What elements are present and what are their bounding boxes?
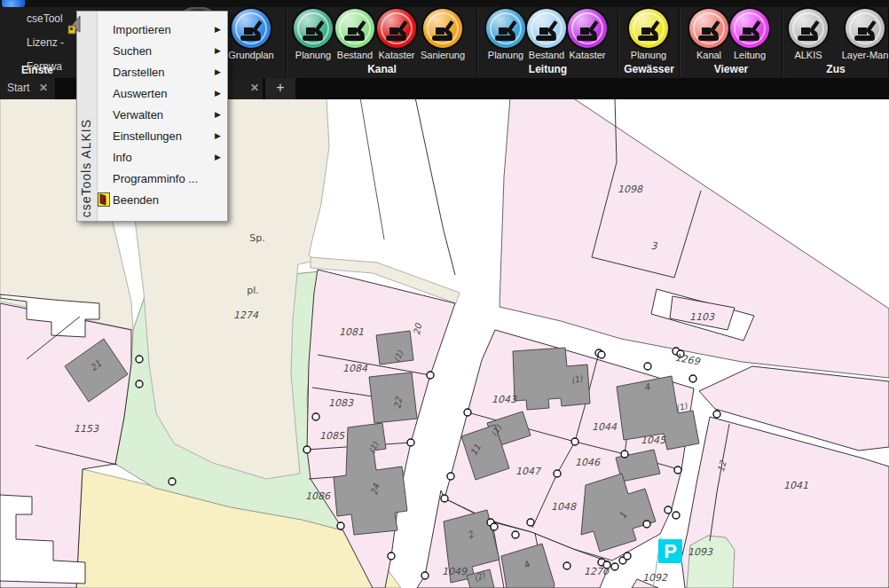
parcel-1093 xyxy=(687,536,735,588)
excavator-icon xyxy=(568,9,607,48)
survey-node-icon xyxy=(447,473,454,480)
map-label-1103: 1103 xyxy=(689,311,715,323)
menu-item-einstellungen[interactable]: Einstellungen▶ xyxy=(97,126,226,147)
map-label-1153: 1153 xyxy=(74,423,99,435)
survey-node-icon xyxy=(421,572,429,579)
ribbon-icon-label: Layer-Man xyxy=(837,50,889,60)
submenu-arrow-icon: ▶ xyxy=(215,131,221,140)
close-icon[interactable]: ✕ xyxy=(250,82,259,94)
menu-item-label: Einstellungen xyxy=(113,129,182,143)
submenu-arrow-icon: ▶ xyxy=(215,25,221,34)
menu-item-suchen[interactable]: Suchen▶ xyxy=(97,41,226,62)
app-icon[interactable] xyxy=(2,0,25,7)
map-label-3: 3 xyxy=(651,240,658,252)
ribbon-icon-label: Grundplan xyxy=(223,50,279,60)
menu-item-label: Programminfo ... xyxy=(113,172,198,185)
menu-item-darstellen[interactable]: Darstellen▶ xyxy=(97,62,226,83)
menu-item-label: Suchen xyxy=(113,44,152,58)
ribbon-group-title: Leitung xyxy=(477,63,618,75)
survey-node-icon xyxy=(303,446,311,453)
submenu-arrow-icon: ▶ xyxy=(215,89,221,98)
survey-node-icon xyxy=(388,553,395,560)
map-label-1085: 1085 xyxy=(319,430,345,442)
ribbon-icon-leitung-kataster[interactable]: Kataster xyxy=(559,9,616,60)
ribbon-group-title: Viewer xyxy=(680,63,783,75)
ribbon-group-zus: ALKISLayer-ManZus xyxy=(783,7,889,78)
menu-item-importieren[interactable]: Importieren▶ xyxy=(97,20,226,41)
ribbon-group-label-einstellungen: Einste xyxy=(21,64,53,76)
ribbon-icon-gew-sser-planung[interactable]: Planung xyxy=(620,9,677,60)
ribbon-icon-label: ALKIS xyxy=(780,50,837,60)
submenu-arrow-icon: ▶ xyxy=(215,67,221,76)
survey-node-icon xyxy=(527,519,534,526)
survey-node-icon xyxy=(624,553,631,560)
map-label-1274: 1274 xyxy=(233,310,259,321)
close-icon[interactable]: ✕ xyxy=(39,82,48,94)
map-label-1047: 1047 xyxy=(515,466,542,477)
map-tab-start[interactable]: Start✕ xyxy=(0,78,55,99)
survey-node-icon xyxy=(169,478,176,485)
excavator-icon xyxy=(629,9,668,48)
menu-item-label: Info xyxy=(113,151,132,164)
menu-item-info[interactable]: Info▶ xyxy=(97,147,226,169)
exit-door-icon xyxy=(98,192,110,207)
survey-node-icon xyxy=(312,413,319,420)
map-label-pl-: pl. xyxy=(247,285,259,296)
map-label-1270: 1270 xyxy=(584,566,610,577)
survey-node-icon xyxy=(407,439,414,446)
survey-node-icon xyxy=(643,521,650,528)
excavator-icon xyxy=(789,9,828,48)
map-tab-label: Start xyxy=(7,82,29,94)
submenu-arrow-icon: ▶ xyxy=(215,110,221,119)
ribbon-icon-label: Kataster xyxy=(559,50,616,60)
survey-node-icon xyxy=(441,495,448,502)
map-label-1083: 1083 xyxy=(328,397,354,409)
survey-node-icon xyxy=(563,562,570,569)
survey-node-icon xyxy=(713,411,720,418)
ribbon-icon-zus-alkis[interactable]: ALKIS xyxy=(780,9,837,60)
parking-icon: P xyxy=(658,539,682,563)
ribbon-icon-kanal-sanierung[interactable]: Sanierung xyxy=(414,9,471,60)
map-label-sp-: Sp. xyxy=(249,232,264,244)
map-label-1098: 1098 xyxy=(618,184,643,195)
menu-item-label: Darstellen xyxy=(113,66,165,79)
menu-side-strip: cseTools ALKIS xyxy=(77,12,98,221)
csetools-alkis-menu: cseTools ALKIS Importieren▶Suchen▶Darste… xyxy=(76,11,228,222)
window-title-strip xyxy=(0,0,889,7)
map-label-1084: 1084 xyxy=(342,363,368,374)
submenu-arrow-icon: ▶ xyxy=(215,46,221,55)
menu-item-verwalten[interactable]: Verwalten▶ xyxy=(97,105,226,126)
building-22 xyxy=(369,372,417,423)
ribbon-group-leitung: PlanungBestandKatasterLeitung xyxy=(477,7,618,78)
survey-node-icon xyxy=(689,375,696,382)
map-label-1046: 1046 xyxy=(575,457,601,468)
survey-node-icon xyxy=(674,466,681,474)
survey-node-icon xyxy=(136,356,143,363)
ribbon-icon-viewer-leitung[interactable]: Leitung xyxy=(721,9,778,60)
survey-node-icon xyxy=(571,438,578,445)
svg-text:P: P xyxy=(664,540,677,562)
ribbon-group-kanal: PlanungBestandKatasterSanierungKanal xyxy=(287,7,477,78)
excavator-icon xyxy=(846,9,885,48)
ribbon-icon-zus-layer-man[interactable]: Layer-Man xyxy=(837,9,889,60)
menu-item-beenden[interactable]: Beenden xyxy=(97,190,226,211)
menu-item-auswerten[interactable]: Auswerten▶ xyxy=(97,83,226,105)
application-window: { "ribbon": { "left_buttons": [ {"label"… xyxy=(0,0,889,588)
ribbon-icon-kt-grundplan[interactable]: Grundplan xyxy=(223,9,279,60)
ribbon-icon-label: Sanierung xyxy=(414,50,471,60)
map-label-1044: 1044 xyxy=(592,421,618,433)
survey-node-icon xyxy=(665,506,672,514)
menu-item-programminfo-[interactable]: Programminfo ... xyxy=(97,169,226,190)
map-label-22: 22 xyxy=(392,396,404,410)
ribbon-group-title: Zus xyxy=(783,63,889,75)
map-label-1086: 1086 xyxy=(305,490,331,502)
ribbon-group-gew-sser: PlanungGewässer xyxy=(618,7,680,78)
new-tab-button[interactable]: + xyxy=(265,78,295,99)
ribbon-button-csetool[interactable]: cseTool xyxy=(27,12,63,25)
excavator-icon xyxy=(232,9,271,48)
menu-pin-icon[interactable] xyxy=(66,14,85,37)
ribbon-button-lizenz-[interactable]: Lizenz - xyxy=(27,36,64,49)
ribbon-icon-label: Leitung xyxy=(721,50,778,60)
survey-node-icon xyxy=(598,351,605,358)
survey-node-icon xyxy=(554,470,561,477)
